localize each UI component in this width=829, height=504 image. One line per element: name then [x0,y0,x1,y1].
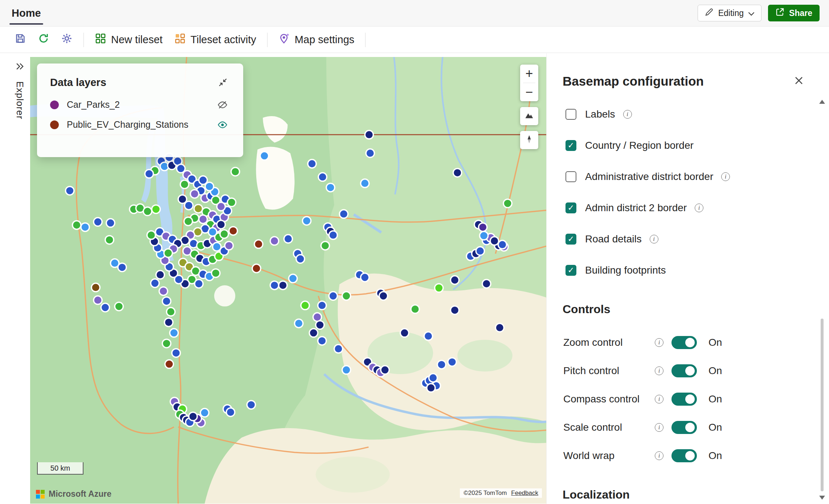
map-marker[interactable] [309,329,318,337]
map-marker[interactable] [143,207,152,216]
editing-mode-button[interactable]: Editing [698,5,761,21]
map-marker[interactable] [200,409,209,417]
map-marker[interactable] [490,237,499,245]
map-marker[interactable] [217,220,225,229]
map-marker[interactable] [159,287,168,295]
checkbox-checked[interactable]: ✓ [565,140,576,151]
map-marker[interactable] [270,281,278,290]
map-marker[interactable] [152,205,160,213]
map-marker[interactable] [199,215,207,224]
map-marker[interactable] [106,219,115,227]
map-marker[interactable] [81,223,89,231]
map-marker[interactable] [318,337,326,345]
map-marker[interactable] [118,263,126,271]
map-marker[interactable] [164,249,172,257]
map-marker[interactable] [162,339,171,348]
map-marker[interactable] [289,274,297,283]
map-marker[interactable] [435,284,443,292]
collapse-panel-icon[interactable] [217,77,229,89]
data-layer-row[interactable]: Public_EV_Charging_Stations [50,119,229,130]
map-marker[interactable] [229,227,237,235]
map-marker[interactable] [437,360,446,369]
map-marker[interactable] [260,152,269,160]
map-marker[interactable] [190,190,199,198]
map-marker[interactable] [381,366,389,374]
map-marker[interactable] [329,292,337,300]
refresh-button[interactable] [33,30,54,50]
visibility-off-icon[interactable] [216,100,229,110]
map-marker[interactable] [427,384,435,392]
info-icon[interactable]: i [655,366,663,375]
toggle-switch-on[interactable] [671,336,697,349]
map-marker[interactable] [334,345,343,353]
map-marker[interactable] [450,276,459,284]
info-icon[interactable]: i [655,451,663,460]
map-marker[interactable] [105,235,114,244]
map-marker[interactable] [424,332,432,340]
checkbox-unchecked[interactable] [565,171,576,182]
compass-control-button[interactable] [520,131,538,149]
map-marker[interactable] [495,323,504,332]
map-marker[interactable] [101,303,109,312]
map-marker[interactable] [254,240,263,248]
map-marker[interactable] [220,230,228,238]
map-marker[interactable] [91,283,100,292]
map-marker[interactable] [180,180,189,188]
map-marker[interactable] [321,241,329,250]
scroll-down-icon[interactable] [819,496,825,500]
info-icon[interactable]: i [695,204,703,212]
feedback-link[interactable]: Feedback [511,489,538,497]
zoom-out-button[interactable]: − [520,83,538,101]
map-marker[interactable] [450,306,459,314]
map-marker[interactable] [479,231,488,240]
map-marker[interactable] [231,167,240,176]
map-marker[interactable] [318,173,327,181]
map-marker[interactable] [225,241,233,250]
visibility-on-icon[interactable] [216,120,229,130]
map-canvas[interactable]: Data layers Car_Parks_2Public_EV_Chargin… [30,57,546,504]
map-marker[interactable] [145,169,153,178]
map-marker[interactable] [279,281,287,290]
map-marker[interactable] [184,201,193,210]
map-marker[interactable] [296,255,305,263]
toggle-switch-on[interactable] [671,393,697,406]
map-marker[interactable] [66,187,74,195]
map-marker[interactable] [151,279,159,287]
map-marker[interactable] [313,313,321,321]
map-marker[interactable] [429,374,437,382]
map-marker[interactable] [247,401,255,409]
map-marker[interactable] [199,176,207,184]
map-marker[interactable] [170,329,178,337]
map-marker[interactable] [165,360,173,368]
map-marker[interactable] [339,210,348,218]
map-marker[interactable] [361,179,369,188]
map-marker[interactable] [453,168,462,177]
map-marker[interactable] [476,247,484,255]
map-marker[interactable] [94,296,102,304]
close-icon[interactable] [792,74,806,89]
expand-explorer-icon[interactable] [15,62,24,72]
map-marker[interactable] [294,319,303,328]
toggle-switch-on[interactable] [671,364,697,377]
map-marker[interactable] [361,273,369,282]
pitch-control-button[interactable] [520,107,538,125]
panel-scrollbar[interactable] [818,100,826,500]
toggle-switch-on[interactable] [671,421,697,434]
toggle-switch-on[interactable] [671,449,697,462]
map-marker[interactable] [162,297,171,305]
map-marker[interactable] [366,149,374,157]
checkbox-checked[interactable]: ✓ [565,265,576,276]
map-marker[interactable] [194,204,203,213]
checkbox-checked[interactable]: ✓ [565,234,576,245]
map-marker[interactable] [252,264,261,273]
scrollbar-thumb[interactable] [821,319,824,491]
map-marker[interactable] [411,305,419,313]
map-marker[interactable] [115,302,123,311]
map-marker[interactable] [342,366,351,374]
map-marker[interactable] [189,412,197,421]
map-marker[interactable] [164,318,173,327]
checkbox-unchecked[interactable] [565,109,576,120]
map-settings-button[interactable]: Map settings [274,30,359,50]
map-marker[interactable] [226,408,235,416]
map-marker[interactable] [227,198,236,206]
